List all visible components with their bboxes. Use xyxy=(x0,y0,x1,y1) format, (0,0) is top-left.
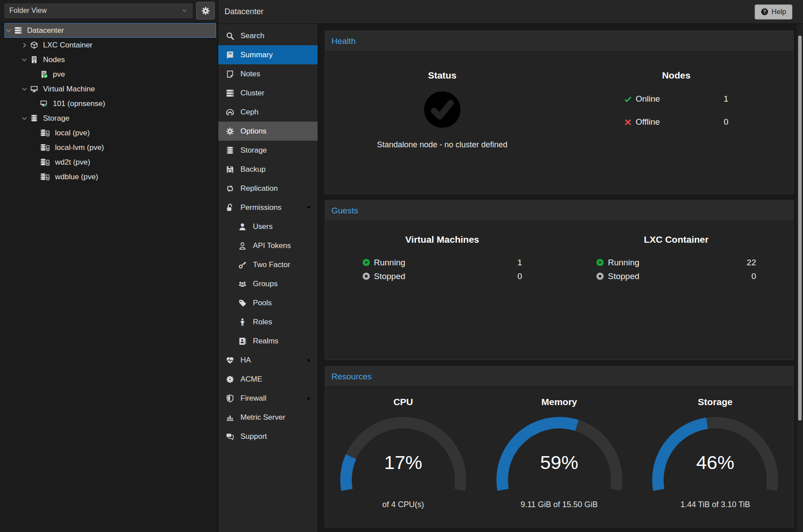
gear-icon xyxy=(201,7,210,15)
content-header: Datacenter Help xyxy=(218,0,803,24)
chevron-right-icon[interactable] xyxy=(21,42,28,49)
health-panel: Health Status Standalone node - no clust… xyxy=(325,31,794,194)
tree-indent xyxy=(36,71,39,78)
nav-item-firewall[interactable]: Firewall xyxy=(218,389,318,408)
building-icon xyxy=(30,56,39,63)
tree-indent xyxy=(36,130,39,137)
status-heading: Status xyxy=(325,70,559,81)
storage-drive-icon xyxy=(39,129,51,137)
nav-item-backup[interactable]: Backup xyxy=(218,160,318,179)
help-button[interactable]: Help xyxy=(755,4,792,20)
tree-item-storage-wd2t[interactable]: wd2t (pve) xyxy=(4,155,217,169)
tree-item-nodes[interactable]: Nodes xyxy=(4,52,217,67)
chevron-down-icon[interactable] xyxy=(21,86,28,93)
tree-item-storage-local-lvm[interactable]: local-lvm (pve) xyxy=(4,140,217,155)
user-icon xyxy=(238,223,247,231)
nav-item-two-factor[interactable]: Two Factor xyxy=(218,255,318,274)
nav-item-api-tokens[interactable]: API Tokens xyxy=(218,236,318,255)
vm-stopped-row: Stopped 0 xyxy=(362,269,522,283)
nav-item-label: Notes xyxy=(240,70,260,79)
tree-item-storage[interactable]: Storage xyxy=(4,111,217,126)
tree-item-storage-local[interactable]: local (pve) xyxy=(4,126,217,140)
nav-item-realms[interactable]: Realms xyxy=(218,331,318,351)
nav-item-replication[interactable]: Replication xyxy=(218,179,318,198)
tree-item-pve[interactable]: pve xyxy=(4,67,217,82)
resources-panel-body: CPU 17% of 4 CPU(s) Memory xyxy=(325,387,793,527)
nav-item-label: Cluster xyxy=(240,89,264,98)
caret-down-icon xyxy=(306,205,312,211)
vm-running-count: 1 xyxy=(517,258,522,268)
database-icon xyxy=(30,114,39,122)
nav-item-support[interactable]: Support xyxy=(218,427,318,446)
nav-item-ceph[interactable]: Ceph xyxy=(218,102,318,122)
nav-item-label: Summary xyxy=(240,51,273,59)
tree-item-label: LXC Container xyxy=(43,41,93,50)
nav-item-summary[interactable]: Summary xyxy=(218,45,318,64)
main-column: Datacenter Help Search Summary Notes xyxy=(218,0,803,532)
tree-item-virtual-machine[interactable]: Virtual Machine xyxy=(4,82,217,96)
nav-item-options[interactable]: Options xyxy=(218,122,318,141)
note-icon xyxy=(225,70,235,78)
chevron-down-icon[interactable] xyxy=(5,27,12,34)
nav-item-roles[interactable]: Roles xyxy=(218,312,318,331)
nav-item-users[interactable]: Users xyxy=(218,217,318,236)
guests-panel-body: Virtual Machines Running 1 Stopped xyxy=(325,221,793,359)
row-label: Online xyxy=(636,94,660,104)
memory-percent: 59% xyxy=(491,452,628,473)
lxc-stopped-row: Stopped 0 xyxy=(596,269,756,283)
resource-tree: Datacenter LXC Container Nodes pve Virtu xyxy=(0,21,218,532)
group-icon xyxy=(238,280,247,288)
caret-right-icon xyxy=(306,395,312,402)
nav-item-label: Permissions xyxy=(240,203,282,212)
play-circle-icon xyxy=(362,259,370,266)
caret-right-icon xyxy=(306,357,312,363)
row-label: Stopped xyxy=(374,272,405,281)
tree-item-vm-101[interactable]: 101 (opnsense) xyxy=(4,96,217,111)
page-title: Datacenter xyxy=(224,7,264,16)
row-label: Stopped xyxy=(608,272,639,281)
nav-item-metric-server[interactable]: Metric Server xyxy=(218,408,318,427)
vertical-scrollbar[interactable] xyxy=(797,24,803,532)
person-icon xyxy=(238,318,247,326)
nav-item-groups[interactable]: Groups xyxy=(218,274,318,293)
chevron-down-icon[interactable] xyxy=(21,56,28,63)
lxc-rows: Running 22 Stopped 0 xyxy=(596,256,756,283)
nav-item-label: Pools xyxy=(253,299,272,307)
scrollbar-thumb[interactable] xyxy=(798,35,802,421)
cpu-gauge-column: CPU 17% of 4 CPU(s) xyxy=(325,397,481,527)
nav-item-storage[interactable]: Storage xyxy=(218,141,318,160)
tree-item-storage-wdblue[interactable]: wdblue (pve) xyxy=(4,169,217,184)
nav-item-notes[interactable]: Notes xyxy=(218,64,318,83)
tree-indent xyxy=(36,144,39,151)
stop-circle-icon xyxy=(596,272,604,280)
circle-check-icon xyxy=(424,91,461,128)
tree-item-label: local-lvm (pve) xyxy=(55,143,104,152)
nav-item-label: Metric Server xyxy=(240,413,285,422)
nav-item-label: Two Factor xyxy=(253,260,290,269)
nav-item-label: Search xyxy=(240,32,264,40)
tree-item-label: Virtual Machine xyxy=(43,85,95,94)
nav-item-permissions[interactable]: Permissions xyxy=(218,198,318,217)
nav-item-search[interactable]: Search xyxy=(218,26,318,45)
nav-item-pools[interactable]: Pools xyxy=(218,293,318,312)
nav-item-label: Options xyxy=(240,127,267,136)
cpu-gauge: 17% xyxy=(335,414,472,498)
resources-panel-header: Resources xyxy=(325,366,793,387)
shield-icon xyxy=(225,394,235,402)
nav-item-label: Users xyxy=(253,222,272,231)
storage-heading: Storage xyxy=(698,397,732,407)
nav-item-ha[interactable]: HA xyxy=(218,351,318,370)
row-label: Running xyxy=(374,258,405,268)
tree-indent xyxy=(36,100,39,107)
nav-item-cluster[interactable]: Cluster xyxy=(218,83,318,102)
memory-heading: Memory xyxy=(541,397,577,407)
tree-item-datacenter[interactable]: Datacenter xyxy=(4,23,216,38)
tree-item-lxc-container[interactable]: LXC Container xyxy=(4,38,217,52)
chevron-down-icon xyxy=(181,8,188,14)
floppy-icon xyxy=(225,166,235,173)
view-mode-select[interactable]: Folder View xyxy=(4,4,193,18)
nav-item-label: Storage xyxy=(240,146,267,155)
chevron-down-icon[interactable] xyxy=(21,115,28,122)
tree-settings-button[interactable] xyxy=(196,2,215,20)
nav-item-acme[interactable]: ACME xyxy=(218,370,318,389)
